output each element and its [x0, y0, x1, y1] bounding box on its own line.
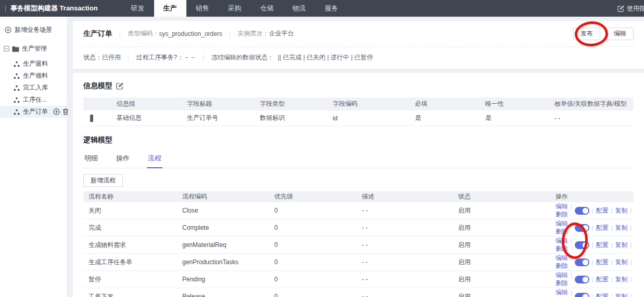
edit-link[interactable]: 编辑: [555, 237, 568, 245]
process-name-cell: 生成物料需求: [83, 241, 177, 250]
status-value: 已停用: [102, 53, 121, 62]
process-transaction-label: 过程工序事务?：: [136, 53, 184, 62]
sidebar: 新增业务场景 生产管理 生产退料: [0, 17, 67, 297]
app-title: 事务模型构建器 Transaction: [10, 4, 98, 13]
info-group-cell: 基础信息: [115, 114, 185, 122]
tab-detail[interactable]: 明细: [83, 150, 99, 168]
topbar-nav: 研发 生产 销售 采购 仓储 物流 服务: [122, 0, 348, 17]
process-row: 生成物料需求 genMaterialReq 0 - - 启用 编辑删除 配置 复…: [83, 237, 634, 254]
plus-circle-icon[interactable]: [53, 108, 60, 115]
info-model-title: 信息模型: [83, 81, 112, 91]
nav-tab-research[interactable]: 研发: [122, 0, 154, 17]
edit-link[interactable]: 编辑: [555, 203, 568, 211]
nav-tab-production[interactable]: 生产: [154, 0, 186, 17]
column-header: 字段标题: [185, 100, 258, 108]
type-code-value: sys_production_orders: [159, 30, 222, 38]
process-name-cell: 暂停: [83, 275, 177, 284]
collapse-minus-square-icon[interactable]: [4, 46, 9, 52]
copy-link[interactable]: 复制: [615, 258, 628, 267]
description-cell: - -: [357, 241, 453, 249]
copy-link[interactable]: 复制: [615, 206, 628, 215]
user-guide-link[interactable]: 使用指: [617, 4, 644, 13]
column-header: 操作: [550, 192, 634, 201]
nav-tab-procurement[interactable]: 采购: [219, 0, 251, 17]
priority-cell: 0: [269, 276, 357, 283]
copy-link[interactable]: 复制: [615, 275, 628, 284]
tab-process[interactable]: 流程: [147, 150, 162, 168]
status-cell: 启用: [453, 224, 550, 232]
config-link[interactable]: 配置: [596, 258, 609, 267]
delete-link[interactable]: 删除: [555, 211, 575, 218]
column-header: 描述: [357, 192, 453, 201]
model-cluster-icon: [14, 85, 20, 91]
nav-tab-logistics[interactable]: 物流: [283, 0, 315, 17]
status-label: 状态：: [83, 53, 102, 62]
enable-toggle[interactable]: [575, 207, 589, 215]
sidebar-item-production-return[interactable]: 生产退料: [0, 58, 67, 70]
actions-cell: 编辑删除 配置 复制 日志: [550, 203, 634, 218]
enable-toggle[interactable]: [575, 258, 589, 266]
delete-link[interactable]: 删除: [555, 228, 575, 236]
actions-cell: 编辑删除 配置 复制 日志: [550, 254, 634, 270]
meta-divider: │: [127, 54, 131, 61]
copy-link[interactable]: 复制: [615, 241, 628, 250]
column-header: 必填: [413, 100, 483, 108]
model-cluster-icon: [14, 73, 20, 79]
process-name-cell: 关闭: [83, 206, 177, 215]
nav-tab-sales[interactable]: 销售: [186, 0, 219, 17]
sidebar-item-production-picking[interactable]: 生产领料: [0, 70, 67, 82]
config-link[interactable]: 配置: [596, 206, 609, 215]
enable-toggle[interactable]: [575, 241, 589, 249]
sidebar-tree: 生产退料 生产领料 完工入库 工序任...: [0, 58, 67, 118]
actions-cell: 编辑删除 配置 复制 日志: [550, 289, 634, 297]
topbar-divider: [5, 5, 6, 12]
edit-link[interactable]: 编辑: [555, 254, 568, 262]
edit-button[interactable]: 编辑: [607, 28, 634, 40]
delete-link[interactable]: 删除: [555, 245, 575, 253]
sidebar-item-process-task[interactable]: 工序任...: [0, 94, 67, 106]
instance-level-label: 实例层次：: [237, 29, 269, 38]
enable-toggle[interactable]: [575, 276, 589, 283]
publish-button[interactable]: 发布: [573, 28, 600, 40]
process-row: 关闭 Close 0 - - 启用 编辑删除 配置 复制 日志: [83, 202, 634, 219]
tab-operation[interactable]: 操作: [115, 150, 131, 168]
model-header-row: 生产订单 │ 类型编码： sys_production_orders │ 实例层…: [83, 21, 634, 47]
column-header: 字段编码: [331, 100, 413, 108]
app-window: 事务模型构建器 Transaction 研发 生产 销售 采购 仓储 物流 服务…: [0, 0, 644, 297]
enable-toggle[interactable]: [575, 293, 589, 297]
sidebar-group-production-management[interactable]: 生产管理: [0, 34, 67, 53]
nav-tab-warehouse[interactable]: 仓储: [251, 0, 283, 17]
field-code-cell: id: [331, 115, 413, 122]
sidebar-item-production-order[interactable]: 生产订单: [0, 106, 67, 118]
column-header: 优先级: [269, 192, 357, 201]
edit-link[interactable]: 编辑: [555, 289, 568, 296]
config-link[interactable]: 配置: [596, 292, 609, 297]
config-link[interactable]: 配置: [596, 275, 609, 284]
trash-icon[interactable]: [62, 108, 69, 115]
enable-toggle[interactable]: [575, 224, 589, 232]
expand-caret-icon[interactable]: [90, 115, 93, 122]
config-link[interactable]: 配置: [596, 241, 609, 250]
meta-divider: │: [118, 30, 122, 38]
model-body-panel: 信息模型 信息组 字段标题 字段类型 字段编码 必填 唯一性: [73, 73, 644, 297]
plus-circle-icon: [5, 27, 11, 33]
delete-link[interactable]: 删除: [555, 262, 575, 270]
model-cluster-icon: [14, 109, 20, 115]
edit-link[interactable]: 编辑: [555, 220, 568, 228]
column-header: 枚举值/关联数据字典/模型: [552, 100, 634, 108]
info-model-table: 信息组 字段标题 字段类型 字段编码 必填 唯一性 枚举值/关联数据字典/模型 …: [83, 97, 634, 126]
edit-square-icon[interactable]: [116, 82, 123, 90]
add-business-scenario-button[interactable]: 新增业务场景: [0, 17, 67, 34]
main-content: 生产订单 │ 类型编码： sys_production_orders │ 实例层…: [73, 21, 644, 297]
document-edit-icon: [617, 5, 624, 12]
sidebar-item-finished-goods-storage[interactable]: 完工入库: [0, 82, 67, 94]
edit-link[interactable]: 编辑: [555, 271, 568, 279]
nav-tab-service[interactable]: 服务: [315, 0, 348, 17]
add-process-button[interactable]: 新增流程: [83, 174, 123, 187]
config-link[interactable]: 配置: [596, 224, 609, 232]
copy-link[interactable]: 复制: [615, 224, 628, 232]
delete-link[interactable]: 删除: [555, 279, 575, 287]
actions-cell: 编辑删除 配置 复制 日志: [550, 271, 634, 287]
description-cell: - -: [357, 293, 453, 297]
copy-link[interactable]: 复制: [615, 292, 628, 297]
